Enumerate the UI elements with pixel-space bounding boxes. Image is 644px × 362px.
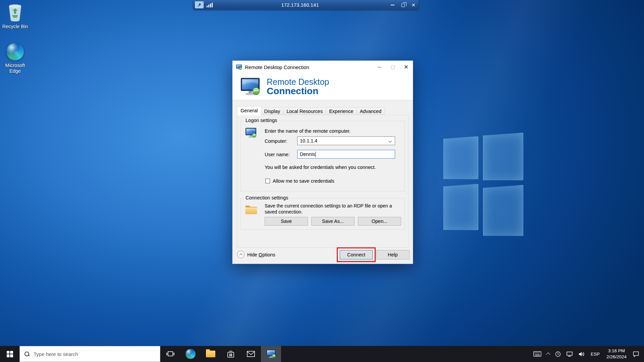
wallpaper-pane: [443, 136, 478, 181]
connection-settings-description: Save the current connection settings to …: [265, 203, 393, 215]
logon-instruction: Enter the name of the remote computer.: [265, 128, 351, 134]
taskbar-file-explorer-button[interactable]: [201, 346, 221, 362]
username-label: User name:: [265, 152, 290, 157]
open-button[interactable]: Open...: [358, 217, 401, 226]
connection-settings-group: Connection settings Save the current con…: [240, 198, 405, 230]
rdp-connection-bar: 172.173.160.141 ×: [193, 0, 419, 10]
edge-icon: [185, 349, 196, 359]
desktop: Recycle Bin Microsoft Edge 172.173.160.1…: [0, 0, 644, 362]
speaker-icon: [578, 351, 585, 357]
dialog-footer: Hide Options Connect Help: [232, 246, 413, 264]
username-value: Dennis: [300, 152, 315, 157]
rdp-app-icon: [236, 64, 242, 70]
tab-advanced[interactable]: Advanced: [357, 107, 385, 115]
annotation-highlight-red-box: [337, 247, 376, 262]
minimize-icon: [378, 67, 381, 68]
task-view-button[interactable]: [160, 346, 180, 362]
close-icon: ×: [404, 63, 409, 71]
tab-experience[interactable]: Experience: [326, 107, 357, 115]
credentials-note: You will be asked for credentials when y…: [265, 165, 376, 170]
group-title: Connection settings: [244, 195, 290, 200]
dialog-titlebar: Remote Desktop Connection ×: [232, 61, 413, 74]
dialog-close-button[interactable]: ×: [399, 61, 413, 74]
taskbar: ESP 3:16 PM 2/26/2024: [0, 346, 644, 362]
desktop-icon-label: Recycle Bin: [2, 24, 28, 29]
network-icon: [566, 351, 573, 357]
pushpin-icon: [197, 3, 202, 7]
tab-general[interactable]: General: [237, 106, 261, 115]
wallpaper-pane: [483, 133, 523, 182]
save-credentials-label[interactable]: Allow me to save credentials: [273, 178, 334, 184]
maximize-icon: [391, 66, 395, 69]
rdp-logo-icon: [240, 77, 261, 97]
tray-status-button[interactable]: [552, 346, 564, 362]
hide-options-button[interactable]: [237, 251, 245, 258]
dialog-minimize-button[interactable]: [373, 61, 386, 74]
search-icon: [24, 351, 30, 357]
network-button[interactable]: [564, 346, 576, 362]
brand-line2: Connection: [267, 86, 329, 97]
chevron-up-icon: [546, 352, 550, 357]
dialog-banner: Remote Desktop Connection: [232, 74, 413, 100]
taskbar-rdp-button[interactable]: [261, 346, 281, 362]
tray-date: 2/26/2024: [606, 354, 627, 360]
computer-combobox[interactable]: 10.1.1.4: [297, 136, 395, 145]
start-button[interactable]: [0, 346, 19, 362]
minimize-icon: [391, 5, 394, 5]
group-title: Logon settings: [244, 118, 279, 123]
connection-bar-minimize-button[interactable]: [387, 0, 398, 10]
show-hidden-icons-button[interactable]: [544, 346, 552, 362]
username-field[interactable]: Dennis: [297, 150, 395, 159]
tab-local-resources[interactable]: Local Resources: [283, 107, 326, 115]
taskbar-store-button[interactable]: [221, 346, 241, 362]
pin-button[interactable]: [195, 1, 204, 8]
touch-keyboard-button[interactable]: [531, 346, 544, 362]
brand-line1: Remote Desktop: [267, 77, 329, 87]
tab-display[interactable]: Display: [261, 107, 284, 115]
taskbar-clock[interactable]: 3:16 PM 2/26/2024: [603, 348, 630, 360]
close-icon: ×: [412, 2, 415, 8]
hide-options-label[interactable]: Hide Options: [247, 252, 275, 257]
save-credentials-checkbox[interactable]: [265, 179, 270, 183]
rdp-app-icon: [266, 349, 276, 359]
chevron-up-icon: [239, 253, 243, 256]
desktop-icon-recycle-bin[interactable]: Recycle Bin: [0, 4, 32, 29]
windows-logo-icon: [7, 351, 13, 357]
file-explorer-icon: [206, 351, 215, 357]
language-indicator[interactable]: ESP: [587, 352, 603, 357]
dialog-maximize-button[interactable]: [386, 61, 399, 74]
folder-icon: [245, 204, 258, 215]
restore-icon: [401, 4, 405, 7]
connection-bar-restore-button[interactable]: [398, 0, 408, 10]
tab-page-general: Logon settings Enter the name of the rem…: [237, 115, 409, 248]
search-input[interactable]: [34, 351, 144, 357]
task-view-icon: [166, 350, 175, 358]
computer-value: 10.1.1.4: [300, 138, 317, 143]
save-as-button[interactable]: Save As...: [311, 217, 355, 226]
taskbar-edge-button[interactable]: [180, 346, 201, 362]
connection-bar-close-button[interactable]: ×: [408, 0, 419, 10]
action-center-button[interactable]: [630, 346, 644, 362]
volume-button[interactable]: [576, 346, 587, 362]
save-button[interactable]: Save: [265, 217, 308, 226]
connection-quality-icon: [207, 2, 213, 7]
computer-icon: [245, 128, 257, 138]
remote-desktop-connection-dialog: Remote Desktop Connection × Remote Deskt…: [232, 60, 413, 264]
help-button[interactable]: Help: [376, 250, 410, 259]
taskbar-mail-button[interactable]: [241, 346, 261, 362]
clock-icon: [555, 351, 561, 357]
taskbar-search[interactable]: [19, 346, 160, 362]
system-tray: ESP 3:16 PM 2/26/2024: [531, 346, 644, 362]
logon-settings-group: Logon settings Enter the name of the rem…: [240, 121, 405, 191]
wallpaper-windows-logo: [443, 133, 523, 253]
connection-address: 172.173.160.141: [213, 2, 387, 8]
edge-icon: [6, 43, 24, 60]
chevron-down-icon: [389, 139, 392, 143]
recycle-bin-icon: [7, 4, 23, 21]
text-caret: [315, 152, 316, 157]
desktop-icon-microsoft-edge[interactable]: Microsoft Edge: [0, 43, 32, 74]
mail-icon: [247, 351, 255, 357]
dialog-tabs: General Display Local Resources Experien…: [232, 106, 413, 115]
keyboard-icon: [533, 351, 541, 357]
wallpaper-pane: [483, 185, 523, 237]
